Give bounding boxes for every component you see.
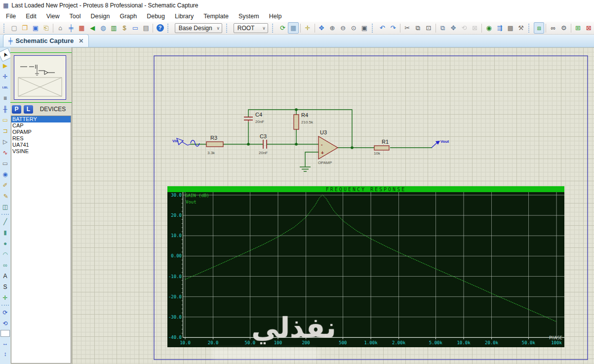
- bill-of-materials-button[interactable]: $: [119, 22, 130, 34]
- r1-value-label[interactable]: 10k: [374, 151, 381, 156]
- component-highlight-button[interactable]: ⧈: [534, 22, 545, 34]
- r1-ref-label[interactable]: R1: [382, 139, 389, 145]
- library-manager-button[interactable]: L: [24, 105, 33, 114]
- u3-ref-label[interactable]: U3: [320, 129, 327, 135]
- menu-system[interactable]: System: [234, 12, 264, 21]
- help-button[interactable]: ?: [155, 22, 165, 34]
- resistor-r3[interactable]: [206, 142, 223, 147]
- c4-ref-label[interactable]: C4: [255, 112, 262, 118]
- zoom-extents-button[interactable]: ⊙: [348, 22, 359, 34]
- opamp-u3[interactable]: [318, 136, 338, 159]
- ground-symbol[interactable]: [300, 167, 311, 171]
- block-copy-button[interactable]: ⧉: [437, 22, 448, 34]
- virtual-instruments-tool-icon[interactable]: ◫: [0, 202, 10, 212]
- device-item-battery[interactable]: BATTERY: [11, 116, 71, 122]
- open-project-button[interactable]: ❐: [19, 22, 30, 34]
- rotate-clockwise-tool-icon[interactable]: ⟳: [0, 307, 10, 318]
- device-item-opamp[interactable]: OPAMP: [11, 129, 71, 135]
- capacitor-c3[interactable]: [263, 140, 267, 149]
- c4-value-label[interactable]: 20nF: [255, 120, 264, 124]
- frequency-response-graph[interactable]: FREQUENCY RESPONSE10.020.050.01002005001…: [167, 186, 564, 347]
- electrical-rule-check-button[interactable]: ▭: [130, 22, 141, 34]
- current-probe-tool-icon[interactable]: ✐: [0, 191, 11, 202]
- compile-netlist-button[interactable]: ▩: [505, 22, 516, 34]
- find-component-button[interactable]: ∞: [548, 22, 558, 34]
- devices-list[interactable]: BATTERYCAPOPAMPRESUA741VSINE: [11, 116, 71, 364]
- menu-file[interactable]: File: [1, 12, 21, 21]
- run-simulation-button[interactable]: ◀: [87, 22, 98, 34]
- pcb-layout-button[interactable]: ▦: [77, 22, 87, 34]
- wire-autorouter-button[interactable]: ⇶: [494, 22, 505, 34]
- 2d-circle-tool-icon[interactable]: ●: [0, 238, 10, 249]
- r3-value-label[interactable]: 3.3k: [207, 151, 215, 155]
- property-assignment-button[interactable]: ⚙: [558, 22, 569, 34]
- menu-edit[interactable]: Edit: [21, 12, 41, 21]
- mirror-vertical-tool-icon[interactable]: ↕: [0, 349, 10, 360]
- 2d-text-tool-icon[interactable]: A: [0, 271, 10, 282]
- pick-devices-button[interactable]: P: [12, 105, 21, 114]
- 2d-line-tool-icon[interactable]: ╱: [0, 216, 10, 227]
- undo-button[interactable]: ↶: [377, 22, 388, 34]
- u3-value-label[interactable]: OPAMP: [318, 161, 332, 165]
- 2d-path-tool-icon[interactable]: ∞: [0, 260, 10, 271]
- graph-mode-tool-icon[interactable]: ∿: [0, 147, 10, 158]
- text-script-tool-icon[interactable]: ≡: [0, 93, 10, 104]
- 3d-viewer-button[interactable]: ◍: [98, 22, 109, 34]
- zoom-area-button[interactable]: ▣: [359, 22, 370, 34]
- resistor-r1[interactable]: [374, 146, 389, 150]
- component-mode-tool-icon[interactable]: ▶: [0, 60, 10, 71]
- search-tag-button[interactable]: ◉: [483, 22, 494, 34]
- save-project-button[interactable]: ▣: [30, 22, 41, 34]
- design-explorer-button[interactable]: ▥: [109, 22, 119, 34]
- home-button[interactable]: ⌂: [55, 22, 66, 34]
- device-item-res[interactable]: RES: [11, 135, 71, 142]
- menu-debug[interactable]: Debug: [142, 12, 170, 21]
- redo-button[interactable]: ↷: [388, 22, 398, 34]
- sheet-select-dropdown[interactable]: Base Design∨: [175, 23, 222, 33]
- vin-generator[interactable]: [177, 138, 199, 146]
- wires[interactable]: [190, 110, 432, 167]
- c3-value-label[interactable]: 20nF: [259, 151, 268, 155]
- c3-ref-label[interactable]: C3: [260, 133, 267, 139]
- zoom-in-button[interactable]: ⊕: [327, 22, 338, 34]
- menu-view[interactable]: View: [41, 12, 65, 21]
- report-button[interactable]: ▤: [141, 22, 152, 34]
- origin-button[interactable]: ✛: [302, 22, 313, 34]
- menu-help[interactable]: Help: [264, 12, 287, 21]
- paste-button[interactable]: ⊡: [423, 22, 434, 34]
- block-move-button[interactable]: ✥: [448, 22, 459, 34]
- tab-close-icon[interactable]: ✕: [79, 38, 83, 44]
- menu-graph[interactable]: Graph: [115, 12, 142, 21]
- redraw-button[interactable]: ⟳: [277, 22, 288, 34]
- 2d-marker-tool-icon[interactable]: ✛: [0, 292, 10, 303]
- junction-dot-tool-icon[interactable]: ✛: [0, 71, 10, 82]
- copy-button[interactable]: ⧉: [412, 22, 423, 34]
- remove-root-sheet-button[interactable]: ⊠: [583, 22, 594, 34]
- menu-tool[interactable]: Tool: [65, 12, 86, 21]
- capacitor-c4[interactable]: [244, 117, 253, 122]
- buses-tool-icon[interactable]: ╫: [0, 104, 10, 115]
- schematic-capture-mode-button[interactable]: ╪: [66, 22, 77, 34]
- new-project-button[interactable]: ▢: [9, 22, 20, 34]
- rotation-angle-field[interactable]: [0, 330, 10, 337]
- zoom-out-button[interactable]: ⊖: [338, 22, 349, 34]
- resistor-r4[interactable]: [294, 115, 299, 129]
- generator-mode-tool-icon[interactable]: ◉: [0, 169, 10, 180]
- mirror-horizontal-tool-icon[interactable]: ↔: [0, 338, 10, 349]
- overview-pane[interactable]: [10, 52, 72, 103]
- device-item-ua741[interactable]: UA741: [11, 142, 71, 148]
- r4-ref-label[interactable]: R4: [301, 112, 308, 118]
- device-pins-tool-icon[interactable]: ▷: [0, 136, 10, 147]
- new-root-sheet-button[interactable]: ⊞: [573, 22, 584, 34]
- terminals-tool-icon[interactable]: ⊐: [0, 125, 10, 136]
- make-device-button[interactable]: ⚒: [515, 22, 526, 34]
- tape-recorder-tool-icon[interactable]: ▭: [0, 158, 10, 169]
- wire-label-tool-icon[interactable]: LBL: [0, 82, 10, 93]
- cut-button[interactable]: ✂: [402, 22, 413, 34]
- subcircuit-tool-icon[interactable]: ▭: [0, 115, 10, 125]
- menu-design[interactable]: Design: [86, 12, 115, 21]
- grid-toggle-button[interactable]: ▦: [288, 22, 299, 34]
- tab-schematic-capture[interactable]: ╪ Schematic Capture ✕: [3, 34, 89, 47]
- device-item-cap[interactable]: CAP: [11, 122, 71, 129]
- menu-library[interactable]: Library: [170, 12, 198, 21]
